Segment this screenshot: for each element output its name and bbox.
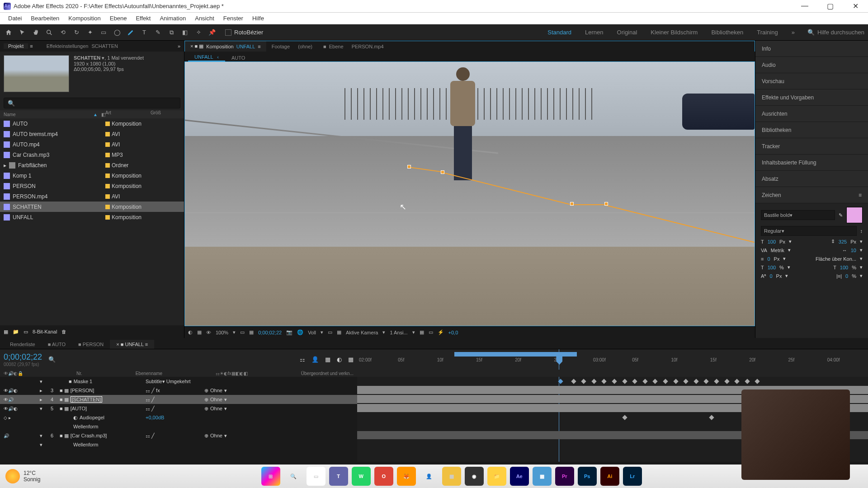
depth-label[interactable]: 8-Bit-Kanal [33,329,57,334]
project-item-person[interactable]: PERSONKomposition [0,181,184,191]
tsume-input[interactable]: 0 [845,273,848,279]
resolution-icon[interactable]: ▭ [240,329,245,335]
mask-vertex[interactable] [407,165,411,169]
fill-over-stroke-select[interactable]: Fläche über Kon... [816,256,856,262]
layer-row-carcrash[interactable]: 🔊▾6■ ▦ [Car Crash.mp3]⚏ ╱⊕ Ohne ▾ [0,431,357,440]
tab-ebene[interactable]: ■ Ebene PERSON.mp4 [318,41,389,52]
tl-tab-auto[interactable]: ■ AUTO [42,340,72,349]
label-col-icon[interactable]: ◧ [101,112,105,117]
panel-overflow-icon[interactable]: » [178,43,180,49]
minimize-button[interactable]: — [796,2,814,10]
timeline-search-input[interactable]: 🔍 [48,356,56,363]
new-adj-icon[interactable]: ▭ [24,329,28,335]
panel-content-fill[interactable]: Inhaltsbasierte Füllung [755,155,868,171]
camera-select[interactable]: Aktive Kamera [346,330,378,335]
home-icon[interactable] [4,28,14,38]
layer-row-wellenform2[interactable]: ▾Wellenform [0,440,357,449]
project-item-auto[interactable]: AUTOKomposition [0,118,184,129]
workspace-kleiner[interactable]: Kleiner Bildschirm [651,29,698,36]
weather-widget[interactable]: 12°C Sonnig [5,469,40,483]
project-item-car-crash[interactable]: Car Crash.mp3MP3 [0,150,184,160]
color-mgmt-icon[interactable]: 🌐 [297,329,303,335]
text-tool-icon[interactable]: T [139,28,149,38]
project-item-auto-mp4[interactable]: AUTO.mp4AVI [0,139,184,150]
views-select[interactable]: 1 Ansi... [390,330,407,335]
toggle-mask-icon[interactable]: ▦ [197,329,202,335]
column-size[interactable]: Größ [151,110,161,118]
orbit-tool-icon[interactable]: ⟲ [58,28,68,38]
rotate-tool-icon[interactable]: ↻ [71,28,81,38]
layer-row-schatten[interactable]: 👁🔊▸4■ ▦ [SCHATTEN]⚏ ╱⊕ Ohne ▾ [0,395,357,404]
tl-tab-renderliste[interactable]: Renderliste [4,340,42,349]
font-family-select[interactable]: Bastile bold ▾ [761,210,835,220]
shy-icon[interactable]: 👤 [311,356,319,363]
workspace-more-icon[interactable]: » [792,29,795,36]
menu-hilfe[interactable]: Hilfe [248,15,269,22]
font-size-input[interactable]: 100 [768,239,776,244]
menu-bearbeiten[interactable]: Bearbeiten [26,15,64,22]
menu-fenster[interactable]: Fenster [219,15,248,22]
subtab-auto[interactable]: AUTO [225,54,251,61]
transparent-icon[interactable]: ▦ [337,329,341,335]
resolution-select[interactable]: Voll [308,330,316,335]
task-view-icon[interactable]: ▭ [307,467,326,486]
fill-color-swatch[interactable] [846,207,863,223]
workspace-training[interactable]: Training [757,29,778,36]
after-effects-icon[interactable]: Ae [510,467,529,486]
roto-tool-icon[interactable]: ✧ [193,28,203,38]
project-item-auto-bremst[interactable]: AUTO bremst.mp4AVI [0,129,184,139]
swap-colors-icon[interactable]: ↕ [860,228,863,234]
new-folder-icon[interactable]: 📁 [13,329,19,335]
vscale-input[interactable]: 100 [768,265,776,270]
panel-tracker[interactable]: Tracker [755,138,868,155]
timeline-ruler[interactable]: 02:00f05f10f15f20f25f03:00f05f10f15f20f2… [357,349,868,370]
ellipse-tool-icon[interactable]: ◯ [112,28,122,38]
firefox-icon[interactable]: 🦊 [397,467,416,486]
workspace-bibliotheken[interactable]: Bibliotheken [711,29,743,36]
hscale-input[interactable]: 100 [840,265,848,270]
panel-info[interactable]: Info [755,41,868,57]
menu-effekt[interactable]: Effekt [131,15,155,22]
workspace-original[interactable]: Original [617,29,637,36]
hand-tool-icon[interactable] [31,28,41,38]
panel-ausrichten[interactable]: Ausrichten [755,106,868,122]
eyedropper-icon[interactable]: ✎ [839,212,843,218]
app-icon-2[interactable]: ▦ [442,467,461,486]
panel-absatz[interactable]: Absatz [755,171,868,187]
toggle-alpha-icon[interactable]: ◐ [188,329,193,335]
trash-icon[interactable]: 🗑 [61,329,66,334]
app-icon[interactable]: 👤 [420,467,439,486]
column-name[interactable]: Name▲◧ [4,110,105,118]
brush-tool-icon[interactable]: ✎ [153,28,163,38]
tab-komposition[interactable]: × ■ ▦ Komposition UNFALL ≡ [185,41,266,52]
maximize-button[interactable]: ▢ [821,2,839,10]
rotobezier-checkbox[interactable] [225,29,231,36]
menu-ansicht[interactable]: Ansicht [190,15,219,22]
toggle-guides-icon[interactable]: 👁 [206,330,211,335]
panel-zeichen[interactable]: Zeichen≡ [755,187,868,203]
selection-tool-icon[interactable] [17,28,27,38]
eraser-tool-icon[interactable]: ◧ [180,28,190,38]
mask-vertex[interactable] [441,170,444,174]
roi-icon[interactable]: ▭ [328,329,332,335]
tab-effect-settings[interactable]: Effekteinstellungen SCHATTEN [42,43,123,49]
mask-path-segment[interactable] [571,204,608,205]
workspace-lernen[interactable]: Lernen [585,29,603,36]
layer-row-person[interactable]: 👁🔊◐▸3■ ▦ [PERSON]⚏ ╱ fx⊕ Ohne ▾ [0,386,357,395]
whatsapp-icon[interactable]: W [352,467,371,486]
project-item-komp1[interactable]: Komp 1Komposition [0,170,184,181]
workspace-standard[interactable]: Standard [547,29,571,36]
search-button[interactable]: 🔍 [284,467,303,486]
panel-menu-icon[interactable]: ≡ [859,192,862,198]
illustrator-icon[interactable]: Ai [600,467,619,486]
panel-audio[interactable]: Audio [755,57,868,73]
panel-effekte[interactable]: Effekte und Vorgaben [755,89,868,106]
rect-tool-icon[interactable]: ▭ [99,28,108,38]
pen-tool-icon[interactable] [126,28,136,38]
exposure-value[interactable]: +0,0 [448,330,458,335]
tl-tab-unfall[interactable]: × ■ UNFALL ≡ [110,340,154,349]
work-area-bar[interactable] [454,352,577,357]
view-opt-icon[interactable]: ▦ [420,329,424,335]
layer-row-wellenform1[interactable]: Wellenform [0,422,357,431]
app-icon-3[interactable]: ▦ [533,467,552,486]
